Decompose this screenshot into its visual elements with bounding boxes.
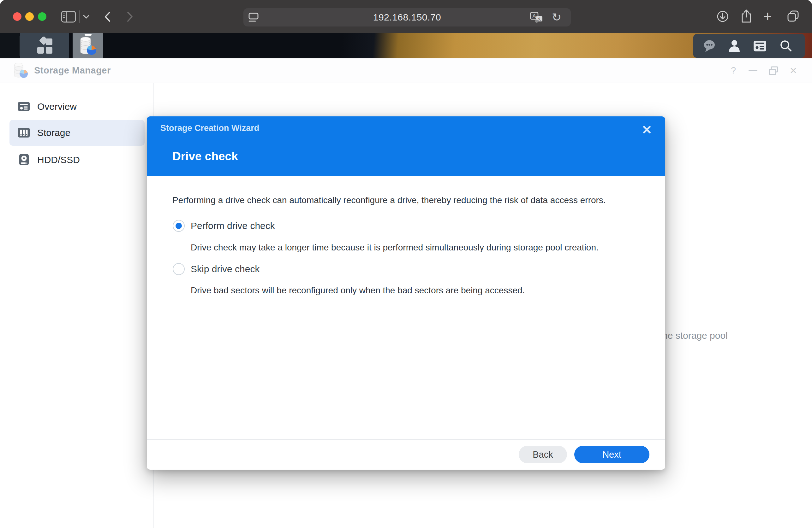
taskbar-left-pad — [0, 33, 19, 58]
translate-icon[interactable]: A 文 — [530, 12, 543, 24]
storage-manager-app-icon — [79, 36, 97, 55]
overview-icon — [18, 100, 30, 113]
minimize-icon — [749, 70, 757, 71]
close-icon — [642, 125, 652, 134]
zoom-window-button[interactable] — [38, 12, 46, 21]
sidebar-item-hdd-ssd[interactable]: HDD/SSD — [10, 147, 145, 173]
dialog-header: Storage Creation Wizard Drive check — [147, 116, 665, 176]
sidebar-item-label: Overview — [37, 101, 77, 112]
new-tab-icon[interactable]: + — [763, 7, 772, 25]
sidebar-item-storage[interactable]: Storage — [10, 120, 145, 146]
reload-icon[interactable]: ↻ — [552, 11, 561, 24]
screen: 192.168.150.70 A 文 ↻ + — [0, 0, 812, 528]
search-icon[interactable] — [776, 34, 795, 58]
dialog-intro-text: Performing a drive check can automatical… — [172, 195, 646, 205]
sidebar-item-overview[interactable]: Overview — [10, 94, 145, 120]
radio-perform-drive-check[interactable] — [173, 220, 185, 232]
chevron-down-icon[interactable] — [83, 14, 90, 19]
minimize-window-button[interactable] — [25, 12, 34, 21]
taskbar-gap — [69, 33, 73, 58]
sidebar-item-label: HDD/SSD — [37, 154, 80, 165]
taskbar-storage-manager-button[interactable] — [73, 33, 103, 58]
close-button[interactable]: ✕ — [786, 58, 800, 82]
close-window-button[interactable] — [13, 12, 21, 21]
dialog-title: Storage Creation Wizard — [160, 123, 259, 133]
dialog-close-button[interactable] — [641, 123, 653, 136]
storage-manager-window-icon — [13, 62, 28, 80]
help-button[interactable]: ? — [726, 58, 740, 82]
main-menu-button[interactable] — [20, 33, 69, 58]
active-app-indicator — [85, 34, 91, 36]
back-button[interactable]: Back — [519, 446, 567, 463]
user-account-icon[interactable] — [725, 34, 744, 58]
option-description-skip: Drive bad sectors will be reconfigured o… — [191, 285, 525, 296]
downloads-icon[interactable] — [716, 10, 729, 23]
tab-overview-icon[interactable] — [786, 10, 800, 23]
minimize-button[interactable] — [746, 58, 760, 82]
storage-manager-window: Storage Manager ? ✕ Overview Storage — [0, 58, 812, 528]
toolbar-separator — [79, 11, 80, 23]
window-titlebar: Storage Manager ? ✕ — [0, 58, 812, 82]
address-bar[interactable]: 192.168.150.70 A 文 ↻ — [243, 8, 571, 27]
window-title: Storage Manager — [34, 58, 111, 82]
share-icon[interactable] — [740, 9, 753, 23]
url-text: 192.168.150.70 — [243, 8, 571, 27]
notifications-icon[interactable] — [700, 34, 719, 58]
option-description-perform: Drive check may take a longer time becau… — [191, 243, 598, 253]
sidebar-toggle-icon[interactable] — [61, 11, 76, 23]
forward-button[interactable] — [126, 11, 133, 22]
dsm-taskbar — [0, 33, 812, 58]
radio-skip-drive-check[interactable] — [173, 263, 185, 275]
titlebar-divider — [0, 82, 812, 83]
widgets-icon[interactable] — [751, 34, 769, 58]
option-label-perform[interactable]: Perform drive check — [191, 221, 275, 231]
system-tray — [693, 34, 805, 58]
browser-toolbar: 192.168.150.70 A 文 ↻ + — [0, 0, 812, 33]
storage-creation-wizard-dialog: Storage Creation Wizard Drive check Perf… — [147, 116, 665, 470]
hdd-ssd-icon — [18, 154, 30, 166]
translate-a-glyph: A — [533, 13, 536, 19]
apps-grid-icon — [35, 36, 54, 55]
option-label-skip[interactable]: Skip drive check — [191, 264, 260, 274]
dialog-step-title: Drive check — [172, 150, 238, 163]
next-button[interactable]: Next — [574, 446, 649, 463]
restore-icon — [768, 65, 779, 76]
storage-icon — [18, 126, 30, 139]
maximize-button[interactable] — [767, 58, 780, 82]
dialog-footer-divider — [147, 439, 665, 440]
background-message: ne storage pool — [662, 330, 728, 341]
sidebar-item-label: Storage — [37, 127, 70, 138]
back-button[interactable] — [104, 11, 111, 22]
